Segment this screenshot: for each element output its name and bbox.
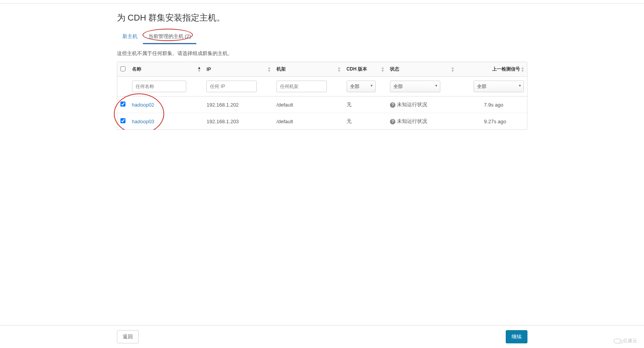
tabs: 新主机 当前管理的主机 (2) bbox=[117, 30, 527, 45]
row-checkbox[interactable] bbox=[120, 102, 125, 107]
col-check-all[interactable] bbox=[117, 62, 129, 77]
col-name[interactable]: 名称▲▼ bbox=[129, 62, 204, 77]
filter-row: 全部 全部 全部 bbox=[117, 77, 527, 96]
col-ip[interactable]: IP▲▼ bbox=[203, 62, 273, 77]
filter-rack-input[interactable] bbox=[276, 81, 327, 92]
sort-icon: ▲▼ bbox=[267, 66, 271, 72]
question-icon: ? bbox=[390, 119, 395, 124]
col-last-signal[interactable]: 上一检测信号▲▼ bbox=[457, 62, 527, 77]
tab-managed-hosts[interactable]: 当前管理的主机 (2) bbox=[143, 30, 197, 44]
sort-icon: ▲▼ bbox=[337, 66, 341, 72]
cell-ip: 192.168.1.202 bbox=[203, 96, 273, 113]
filter-status-select[interactable]: 全部 bbox=[390, 81, 440, 92]
cell-rack: /default bbox=[273, 113, 343, 129]
cell-version: 无 bbox=[343, 96, 387, 113]
question-icon: ? bbox=[390, 102, 395, 108]
host-link[interactable]: hadoop03 bbox=[132, 119, 155, 124]
cell-rack: /default bbox=[273, 96, 343, 113]
hosts-table: 名称▲▼ IP▲▼ 机架▲▼ CDH 版本▲▼ 状态▲▼ 上一检测信号▲▼ 全部… bbox=[117, 62, 527, 130]
filter-version-select[interactable]: 全部 bbox=[347, 81, 376, 92]
sort-icon: ▲▼ bbox=[451, 66, 455, 72]
check-all-checkbox[interactable] bbox=[120, 66, 125, 71]
filter-name-input[interactable] bbox=[132, 81, 186, 92]
table-row: hadoop02 192.168.1.202 /default 无 ?未知运行状… bbox=[117, 96, 527, 113]
cell-version: 无 bbox=[343, 113, 387, 129]
col-cdh-version[interactable]: CDH 版本▲▼ bbox=[343, 62, 387, 77]
cell-status: ?未知运行状况 bbox=[387, 113, 457, 129]
sort-icon: ▲▼ bbox=[381, 66, 385, 72]
cell-last-signal: 7.9s ago bbox=[457, 96, 527, 113]
sort-icon: ▲▼ bbox=[197, 66, 201, 72]
row-checkbox[interactable] bbox=[120, 118, 125, 123]
tab-new-hosts[interactable]: 新主机 bbox=[117, 30, 143, 44]
table-row: hadoop03 192.168.1.203 /default 无 ?未知运行状… bbox=[117, 113, 527, 129]
col-rack[interactable]: 机架▲▼ bbox=[273, 62, 343, 77]
host-link[interactable]: hadoop02 bbox=[132, 102, 155, 108]
page-subtitle: 这些主机不属于任何群集。请选择组成群集的主机。 bbox=[117, 50, 527, 57]
cell-last-signal: 9.27s ago bbox=[457, 113, 527, 129]
cell-status: ?未知运行状况 bbox=[387, 96, 457, 113]
filter-signal-select[interactable]: 全部 bbox=[474, 81, 524, 92]
page-title: 为 CDH 群集安装指定主机。 bbox=[117, 12, 527, 24]
filter-ip-input[interactable] bbox=[206, 81, 257, 92]
cell-ip: 192.168.1.203 bbox=[203, 113, 273, 129]
sort-icon: ▲▼ bbox=[521, 66, 525, 72]
col-status[interactable]: 状态▲▼ bbox=[387, 62, 457, 77]
